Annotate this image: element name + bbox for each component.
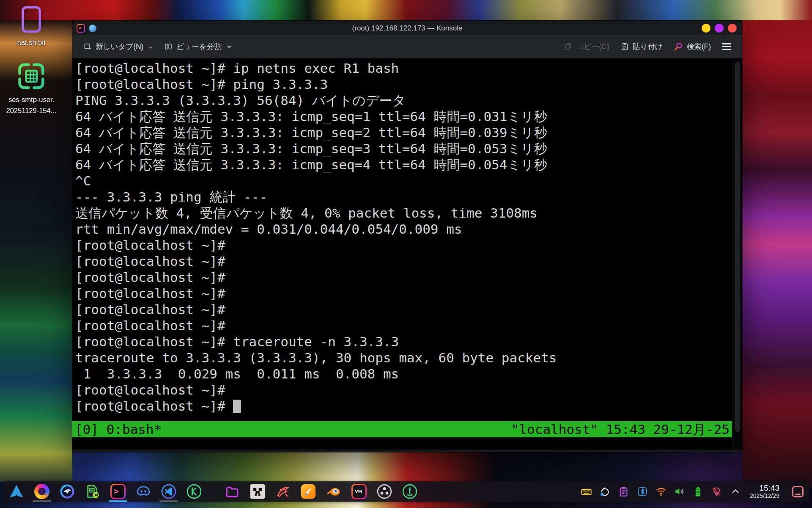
split-view-label: ビューを分割 <box>176 41 221 52</box>
terminal-area[interactable]: [root@localhost ~]# ip netns exec R1 bas… <box>72 58 742 450</box>
running-indicator <box>159 500 178 502</box>
taskbar-discord[interactable] <box>135 483 151 500</box>
bluetooth-icon <box>637 486 648 497</box>
firefox-icon <box>34 484 49 499</box>
search-label: 検索(F) <box>687 41 711 52</box>
launcher-arch-icon[interactable] <box>8 483 25 500</box>
terminal-line: 送信パケット数 4, 受信パケット数 4, 0% packet loss, ti… <box>75 205 729 221</box>
tmux-status-bar: [0] 0:bash* "localhost" 15:43 29-12月-25 <box>72 421 732 437</box>
terminal-line: 64 バイト応答 送信元 3.3.3.3: icmp_seq=3 ttl=64 … <box>75 141 729 157</box>
copy-button[interactable]: コピー(C) <box>560 39 614 55</box>
k-app-icon <box>187 484 202 499</box>
konsole-app-icon <box>77 24 85 33</box>
copy-icon <box>564 42 573 51</box>
bluetooth-tray[interactable] <box>636 486 648 497</box>
tmux-session-info: [0] 0:bash* <box>75 421 162 437</box>
paste-icon <box>620 42 629 51</box>
discord-icon <box>136 484 151 499</box>
spreadsheet-file-icon <box>16 61 46 92</box>
activity-dot-icon <box>89 25 96 32</box>
taskbar-obs[interactable] <box>376 483 392 500</box>
chevron-down-icon <box>226 44 232 50</box>
taskbar-libreoffice[interactable] <box>85 483 101 500</box>
tray-expander[interactable] <box>730 486 741 497</box>
window-title: (root) 192.168.122.173 — Konsole <box>72 24 742 33</box>
taskbar-blender[interactable] <box>326 483 342 500</box>
taskbar-android-studio[interactable] <box>402 483 418 500</box>
terminal-line: --- 3.3.3.3 ping 統計 --- <box>75 189 729 205</box>
konsole-icon <box>110 484 126 499</box>
maximize-button[interactable] <box>715 24 724 33</box>
terminal-line: [root@localhost ~]# <box>75 269 729 285</box>
desktop-icon-label: ses-smtp-user. <box>3 94 59 105</box>
taskbar-thunderbird[interactable] <box>59 483 75 500</box>
terminal-line: [root@localhost ~]# <box>75 301 729 318</box>
desktop-icon-label: 20251129-154... <box>3 105 59 116</box>
taskbar-krita[interactable] <box>300 483 316 500</box>
gimp-icon <box>275 484 291 499</box>
wifi-icon <box>655 486 667 497</box>
terminal-output: [root@localhost ~]# ip netns exec R1 bas… <box>75 60 729 398</box>
taskbar-minecraft[interactable] <box>250 483 266 500</box>
terminal-line: [root@localhost ~]# ip netns exec R1 bas… <box>75 60 729 76</box>
taskbar: 15:43 2025/12/29 <box>3 481 809 502</box>
split-view-button[interactable]: ビューを分割 <box>160 39 236 55</box>
desktop-icon-ses-smtp-user[interactable]: ses-smtp-user. 20251129-154... <box>3 61 59 116</box>
taskbar-konsole[interactable] <box>110 483 126 500</box>
terminal-line: ^C <box>75 173 729 189</box>
system-tray: 15:43 2025/12/29 <box>581 486 804 497</box>
updates-tray[interactable] <box>599 486 611 497</box>
terminal-line: [root@localhost ~]# ping 3.3.3.3 <box>75 76 729 92</box>
keyboard-layout-tray[interactable] <box>581 486 593 497</box>
scrollbar-handle[interactable] <box>735 62 740 432</box>
terminal-line: 64 バイト応答 送信元 3.3.3.3: icmp_seq=2 ttl=64 … <box>75 124 729 141</box>
terminal-line: 1 3.3.3.3 0.029 ms 0.011 ms 0.008 ms <box>75 366 729 382</box>
blender-icon <box>326 484 341 499</box>
thunderbird-icon <box>60 484 75 499</box>
update-arrows-icon <box>599 486 611 497</box>
arch-logo-icon <box>9 484 24 499</box>
clipboard-icon <box>618 486 629 497</box>
terminal-line: [root@localhost ~]# <box>75 253 729 269</box>
terminal-scrollbar[interactable] <box>732 58 742 450</box>
taskbar-k-app[interactable] <box>186 483 202 500</box>
terminal-prompt-line: [root@localhost ~]# <box>75 398 729 414</box>
terminal-line: [root@localhost ~]# <box>75 285 729 301</box>
close-button[interactable] <box>728 24 737 33</box>
split-view-icon <box>164 42 173 51</box>
taskbar-gimp[interactable] <box>275 483 291 500</box>
keyboard-icon <box>581 486 592 497</box>
volume-tray[interactable] <box>674 486 686 497</box>
terminal-line: PING 3.3.3.3 (3.3.3.3) 56(84) バイトのデータ <box>75 92 729 108</box>
wifi-tray[interactable] <box>655 486 667 497</box>
search-button[interactable]: 検索(F) <box>669 39 715 55</box>
window-titlebar[interactable]: (root) 192.168.122.173 — Konsole <box>72 21 742 35</box>
lightbulb-off-icon <box>711 486 722 497</box>
menu-button[interactable] <box>718 40 735 53</box>
night-color-tray[interactable] <box>711 486 723 497</box>
taskbar-firefox[interactable] <box>34 483 50 500</box>
chevron-down-icon <box>148 44 153 49</box>
taskbar-vmware[interactable] <box>351 483 367 500</box>
show-desktop-button[interactable] <box>792 486 804 497</box>
search-icon <box>674 42 683 51</box>
konsole-toolbar: 新しいタブ(N) ビューを分割 コピー(C) <box>72 35 742 58</box>
desktop: { "desktop": { "icon1_label": "nat.sh.tx… <box>0 0 812 508</box>
active-indicator <box>109 500 127 502</box>
clock-widget[interactable]: 15:43 2025/12/29 <box>750 486 779 497</box>
clock-time: 15:43 <box>750 484 779 493</box>
desktop-icon-nat-sh-txt[interactable]: nat.sh.txt <box>3 4 59 48</box>
clipboard-tray[interactable] <box>618 486 630 497</box>
konsole-window: (root) 192.168.122.173 — Konsole 新しいタブ(N… <box>72 21 742 452</box>
taskbar-vscode[interactable] <box>161 483 177 500</box>
terminal-line: [root@localhost ~]# <box>75 237 729 253</box>
new-tab-button[interactable]: 新しいタブ(N) <box>79 39 157 55</box>
terminal-line: 64 バイト応答 送信元 3.3.3.3: icmp_seq=4 ttl=64 … <box>75 157 729 173</box>
android-studio-icon <box>402 484 417 499</box>
taskbar-dolphin[interactable] <box>224 483 240 500</box>
paste-button[interactable]: 貼り付け <box>616 39 667 55</box>
clock-date: 2025/12/29 <box>750 493 779 499</box>
terminal-cursor <box>233 400 241 413</box>
battery-tray[interactable] <box>692 486 704 497</box>
minimize-button[interactable] <box>702 24 710 33</box>
